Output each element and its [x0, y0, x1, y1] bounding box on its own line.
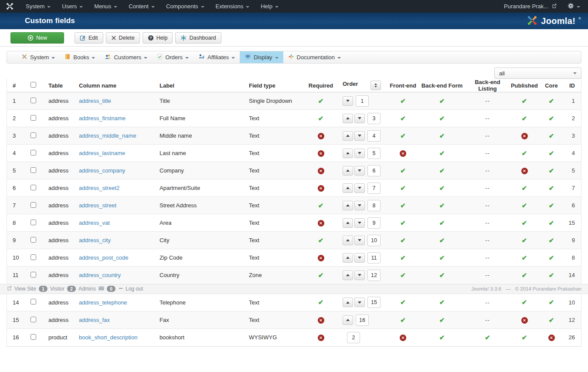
cross-icon[interactable]: × — [318, 220, 324, 227]
order-up-button[interactable] — [343, 166, 353, 176]
cross-icon[interactable]: × — [318, 317, 324, 324]
order-down-button[interactable] — [354, 253, 365, 263]
row-checkbox[interactable] — [31, 98, 36, 103]
check-icon[interactable]: ✔ — [318, 298, 324, 306]
check-icon[interactable]: ✔ — [400, 115, 406, 122]
check-icon[interactable]: ✔ — [439, 271, 445, 279]
check-icon[interactable]: ✔ — [439, 316, 445, 324]
check-icon[interactable]: ✔ — [439, 97, 445, 105]
check-icon[interactable]: ✔ — [439, 184, 445, 192]
order-up-button[interactable] — [343, 183, 353, 193]
check-icon[interactable]: ✔ — [439, 132, 445, 139]
order-input[interactable] — [367, 113, 381, 124]
check-icon[interactable]: ✔ — [439, 219, 445, 227]
check-icon[interactable]: ✔ — [439, 334, 445, 341]
order-down-button[interactable] — [354, 218, 365, 228]
check-icon[interactable]: ✔ — [318, 97, 324, 105]
check-icon[interactable]: ✔ — [318, 115, 324, 122]
order-up-button[interactable] — [343, 236, 353, 245]
check-icon[interactable]: ✔ — [485, 334, 490, 341]
check-icon[interactable]: ✔ — [522, 115, 527, 122]
check-icon[interactable]: ✔ — [549, 316, 554, 324]
row-checkbox[interactable] — [31, 237, 36, 243]
check-icon[interactable]: ✔ — [549, 298, 554, 306]
cross-icon[interactable]: × — [400, 335, 406, 341]
order-up-button[interactable] — [343, 149, 353, 158]
order-down-button[interactable] — [354, 114, 365, 123]
order-input[interactable] — [347, 332, 360, 343]
row-checkbox[interactable] — [31, 150, 36, 156]
row-checkbox[interactable] — [31, 167, 36, 173]
check-icon[interactable]: ✔ — [549, 167, 554, 174]
order-up-button[interactable] — [343, 253, 353, 263]
column-name-link[interactable]: address_country — [79, 272, 121, 278]
check-icon[interactable]: ✔ — [400, 254, 406, 261]
check-icon[interactable]: ✔ — [522, 202, 527, 209]
check-icon[interactable]: ✔ — [549, 254, 554, 261]
top-menu-item[interactable]: Menus — [88, 0, 123, 13]
top-menu-item[interactable]: Extensions — [210, 0, 255, 13]
check-icon[interactable]: ✔ — [400, 132, 406, 139]
cross-icon[interactable]: × — [318, 150, 324, 157]
cross-icon[interactable]: × — [318, 255, 324, 261]
check-icon[interactable]: ✔ — [439, 167, 445, 174]
column-name-link[interactable]: address_lastname — [79, 150, 125, 156]
order-up-button[interactable] — [343, 298, 353, 307]
row-checkbox[interactable] — [31, 185, 36, 190]
subnav-item-affiliates[interactable]: Affiliates — [194, 51, 240, 63]
row-checkbox[interactable] — [31, 272, 36, 277]
check-icon[interactable]: ✔ — [400, 167, 406, 174]
cross-icon[interactable]: × — [318, 133, 324, 139]
check-icon[interactable]: ✔ — [549, 184, 554, 192]
row-checkbox[interactable] — [31, 115, 36, 121]
order-up-button[interactable] — [343, 315, 353, 325]
check-icon[interactable]: ✔ — [522, 97, 527, 105]
view-site-link[interactable]: View Site — [7, 285, 36, 292]
column-name-link[interactable]: address_company — [79, 167, 125, 174]
order-input[interactable] — [356, 315, 369, 326]
order-sort-button[interactable] — [370, 81, 381, 90]
order-input[interactable] — [367, 217, 381, 229]
check-icon[interactable]: ✔ — [522, 149, 527, 157]
column-name-link[interactable]: address_firstname — [79, 115, 126, 122]
help-button[interactable]: ?Help — [143, 32, 173, 44]
check-icon[interactable]: ✔ — [522, 237, 527, 244]
row-checkbox[interactable] — [31, 220, 36, 225]
check-icon[interactable]: ✔ — [400, 219, 406, 227]
check-icon[interactable]: ✔ — [400, 184, 406, 192]
row-checkbox[interactable] — [31, 254, 36, 260]
order-input[interactable] — [367, 183, 381, 194]
order-up-button[interactable] — [343, 114, 353, 123]
order-down-button[interactable] — [354, 271, 365, 280]
order-up-button[interactable] — [343, 271, 353, 280]
check-icon[interactable]: ✔ — [318, 271, 324, 279]
column-name-link[interactable]: address_middle_name — [79, 132, 136, 139]
check-icon[interactable]: ✔ — [549, 97, 554, 105]
subnav-item-documentation[interactable]: Documentation — [283, 51, 346, 63]
cross-icon[interactable]: × — [318, 168, 324, 174]
check-icon[interactable]: ✔ — [522, 298, 527, 306]
check-icon[interactable]: ✔ — [318, 202, 324, 209]
column-name-link[interactable]: book_short_description — [79, 334, 137, 341]
check-icon[interactable]: ✔ — [549, 115, 554, 122]
column-name-link[interactable]: address_vat — [79, 220, 110, 226]
row-checkbox[interactable] — [31, 334, 36, 340]
check-icon[interactable]: ✔ — [439, 298, 445, 306]
check-icon[interactable]: ✔ — [400, 202, 406, 209]
top-menu-item[interactable]: Users — [56, 0, 88, 13]
check-icon[interactable]: ✔ — [549, 219, 554, 227]
check-icon[interactable]: ✔ — [522, 271, 527, 279]
cross-icon[interactable]: × — [521, 317, 528, 324]
order-down-button[interactable] — [354, 236, 365, 245]
cross-icon[interactable]: × — [521, 133, 528, 139]
column-name-link[interactable]: address_title — [79, 98, 111, 104]
order-down-button[interactable] — [343, 96, 353, 106]
cross-icon[interactable]: × — [318, 185, 324, 192]
check-icon[interactable]: ✔ — [522, 184, 527, 192]
check-icon[interactable]: ✔ — [439, 115, 445, 122]
subnav-item-orders[interactable]: Orders — [152, 51, 194, 63]
edit-button[interactable]: Edit — [75, 32, 103, 44]
order-down-button[interactable] — [354, 166, 365, 176]
select-all-checkbox[interactable] — [31, 82, 36, 88]
column-name-link[interactable]: address_street2 — [79, 185, 119, 191]
